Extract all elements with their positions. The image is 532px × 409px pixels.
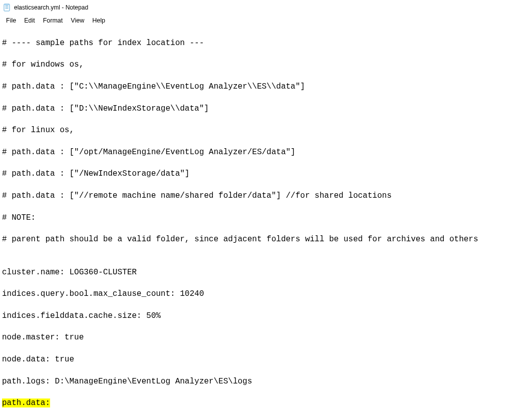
line: indices.fielddata.cache.size: 50% bbox=[2, 311, 530, 322]
svg-rect-0 bbox=[4, 4, 10, 11]
line: indices.query.bool.max_clause_count: 102… bbox=[2, 289, 530, 300]
line: # for windows os, bbox=[2, 60, 530, 71]
line: # parent path should be a valid folder, … bbox=[2, 234, 530, 245]
line: # path.data : ["D:\\NewIndexStorage\\dat… bbox=[2, 104, 530, 115]
text-editor-area[interactable]: # ---- sample paths for index location -… bbox=[0, 26, 532, 409]
menu-edit[interactable]: Edit bbox=[20, 16, 39, 25]
titlebar: elasticsearch.yml - Notepad bbox=[0, 0, 532, 15]
line: path.logs: D:\ManageEngine\EventLog Anal… bbox=[2, 376, 530, 387]
line: node.data: true bbox=[2, 354, 530, 365]
svg-rect-4 bbox=[4, 4, 10, 5]
menu-file[interactable]: File bbox=[2, 16, 20, 25]
line: # NOTE: bbox=[2, 213, 530, 224]
line: # path.data : ["/NewIndexStorage/data"] bbox=[2, 169, 530, 180]
line: cluster.name: LOG360-CLUSTER bbox=[2, 267, 530, 278]
line: node.master: true bbox=[2, 332, 530, 343]
menubar: File Edit Format View Help bbox=[0, 15, 532, 26]
highlighted-text: path.data: bbox=[2, 398, 50, 407]
line: # path.data : ["/opt/ManageEngine/EventL… bbox=[2, 147, 530, 158]
menu-format[interactable]: Format bbox=[39, 16, 67, 25]
line: # path.data : ["//remote machine name/sh… bbox=[2, 191, 530, 202]
menu-help[interactable]: Help bbox=[88, 16, 109, 25]
highlighted-line: path.data: bbox=[2, 398, 530, 409]
line: # for linux os, bbox=[2, 125, 530, 136]
line: # ---- sample paths for index location -… bbox=[2, 38, 530, 49]
line: # path.data : ["C:\\ManageEngine\\EventL… bbox=[2, 82, 530, 93]
notepad-icon bbox=[3, 4, 11, 12]
window-title: elasticsearch.yml - Notepad bbox=[14, 4, 88, 11]
menu-view[interactable]: View bbox=[67, 16, 88, 25]
